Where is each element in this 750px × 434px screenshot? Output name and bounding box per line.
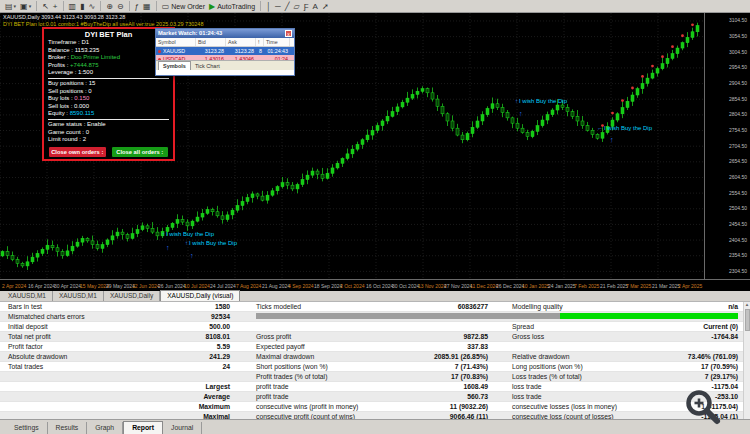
vertical-line-button[interactable]: │ [264, 1, 273, 12]
ea-stat-row: Equity : 8590.115 [48, 110, 169, 118]
report-value: 5.59 [217, 343, 230, 350]
report-value: 8108.01 [205, 333, 230, 340]
ea-stat-row: Leverage : 1:500 [48, 69, 169, 77]
date-axis-label: 21 Aug 2024 [262, 283, 290, 289]
candlestick-chart-button[interactable]: ▮ [78, 1, 86, 12]
time-cell: 01:24:43 [264, 47, 290, 55]
ea-stat-label: Balance : [48, 47, 75, 53]
market-watch-column-: ! [256, 38, 264, 46]
ea-stat-row: Profits : +7444.875 [48, 62, 169, 70]
scroll-up-icon[interactable]: ▲ [744, 302, 750, 308]
market-watch-tab-symbols[interactable]: Symbols [158, 61, 191, 70]
report-row: Total net profit8108.01Gross profit9872.… [0, 332, 750, 342]
date-axis-label: 7 Feb 2025 [574, 283, 599, 289]
symbol-status-dot-icon [158, 58, 161, 60]
ea-stat-label: Broker : [48, 54, 71, 60]
date-axis-label: 2 Apr 2025 [678, 283, 702, 289]
autotrading-button[interactable]: ▶AutoTrading [207, 1, 257, 12]
market-watch-row[interactable]: XAUUSD3123.283123.28801:24:43 [156, 47, 294, 55]
price-axis-label: 3104.50 [729, 18, 747, 23]
chart-tab[interactable]: XAUUSD,M1 [53, 291, 104, 301]
tester-tab-report[interactable]: Report [123, 421, 163, 434]
date-axis-label: 24 Jul 2024 [210, 283, 236, 289]
text-button[interactable]: A [311, 1, 320, 12]
horizontal-line-button[interactable]: ─ [273, 1, 283, 12]
ea-stat-row: Sell positions : 0 [48, 88, 169, 96]
date-axis-label: 24 Jan 2025 [548, 283, 576, 289]
zoom-out-button[interactable]: ⊖ [115, 1, 126, 12]
buy-signal-arrow-icon: ↑ [190, 252, 194, 259]
zoom-in-button[interactable]: ⊕ [104, 1, 115, 12]
date-axis-label: 26 Jun 2024 [158, 283, 186, 289]
report-value: n/a [728, 303, 738, 310]
report-value: Average [203, 393, 230, 400]
report-label: Expected payoff [256, 343, 305, 350]
new-order-button[interactable]: ▭New Order [160, 1, 207, 12]
alert-cell [256, 55, 264, 60]
ea-stats-list: Timeframe : D1Balance : 1153.235Broker :… [48, 39, 169, 144]
tester-tab-results[interactable]: Results [48, 422, 88, 434]
line-chart-button[interactable]: ∿ [87, 1, 98, 12]
report-scrollbar[interactable]: ▲ [743, 302, 750, 419]
market-watch-row[interactable]: USDCAD1.430161.4304601:24 [156, 55, 294, 60]
ea-stat-label: Sell lots : [48, 103, 74, 109]
candlestick-chart-icon: ▮ [80, 1, 84, 12]
ea-panel-title: DYI BET Plan [48, 30, 169, 39]
cursor-button[interactable]: ↖ [40, 1, 51, 12]
price-axis-label: 2454.50 [729, 222, 747, 227]
date-axis: 2 Apr 202416 Apr 202430 Apr 202415 May 2… [0, 279, 750, 291]
report-label: Ticks modelled [256, 303, 301, 310]
price-axis-label: 2354.50 [729, 253, 747, 258]
bar-chart-button[interactable]: ▥ [67, 1, 79, 12]
autotrading-button-label: AutoTrading [217, 1, 255, 12]
annotation-arrow-icon: ↑ [185, 240, 188, 246]
ea-stat-row: Limit round : 2 [48, 136, 169, 144]
report-label: Gross loss [512, 333, 544, 340]
symbol-cell: USDCAD [156, 55, 196, 60]
ea-stat-label: Profits : [48, 62, 70, 68]
chart-tab[interactable]: XAUUSD,Daily [104, 291, 160, 301]
toolbar-separator [100, 1, 101, 11]
close-own-orders-button[interactable]: Close own orders : [48, 146, 107, 158]
price-axis-label: 2904.50 [729, 81, 747, 86]
tester-tab-graph[interactable]: Graph [87, 422, 123, 434]
ea-stat-value: 0 [88, 88, 91, 94]
report-label: profit trade [256, 393, 289, 400]
annotation-text: I wish Buy the Dip [189, 240, 237, 246]
indicators-button[interactable]: ƒ [133, 1, 141, 12]
crosshair-button[interactable]: + [51, 1, 60, 12]
annotation-text: I wish Buy the Dip [519, 98, 567, 104]
modelling-quality-bar [256, 313, 738, 319]
ea-stat-row: Game count : 0 [48, 129, 169, 137]
tester-tab-journal[interactable]: Journal [163, 422, 202, 434]
market-watch-column-time: Time [264, 38, 290, 46]
toolbar-separator [63, 1, 64, 11]
fibonacci-button[interactable]: Ƒ [302, 1, 311, 12]
market-watch-tab-tick-chart[interactable]: Tick Chart [191, 62, 224, 70]
scrollbar-thumb[interactable] [745, 309, 750, 331]
close-all-orders-button[interactable]: Close all orders : [111, 146, 170, 158]
new-chart-button[interactable]: ▤▾ [3, 1, 18, 12]
toolbar-separator [260, 1, 261, 11]
trendline-button[interactable]: ╱ [283, 1, 292, 12]
ea-stat-label: Equity : [48, 110, 70, 116]
tester-tab-settings[interactable]: Settings [6, 422, 48, 434]
annotation-arrow-icon: ← [597, 125, 603, 131]
ea-stat-row: Buy positions : 15 [48, 80, 169, 88]
arrow-tools-button[interactable]: ➚ [320, 1, 331, 12]
report-row: Absolute drawdown241.29Maximal drawdown2… [0, 352, 750, 362]
market-watch-titlebar[interactable]: Market Watch: 01:24:43 x [156, 29, 294, 38]
price-axis-label: 2554.50 [729, 191, 747, 196]
dropdown-arrow-icon: ▾ [29, 1, 32, 12]
report-value: 92534 [211, 313, 230, 320]
price-axis: 3104.503054.503004.502954.502904.502854.… [704, 13, 750, 279]
channel-button[interactable]: ▱ [292, 1, 302, 12]
tile-windows-button[interactable]: ▦ [141, 1, 153, 12]
profiles-button[interactable]: ▣▾ [18, 1, 33, 12]
chart-tab[interactable]: XAUUSD,M1 [2, 291, 53, 301]
report-label: Bars in test [8, 303, 42, 310]
price-axis-label: 2954.50 [729, 65, 747, 70]
report-row: Bars in test1580Ticks modelled60836277Mo… [0, 302, 750, 312]
close-icon[interactable]: x [285, 30, 292, 37]
chart-tab[interactable]: XAUUSD,Daily (visual) [160, 290, 240, 301]
